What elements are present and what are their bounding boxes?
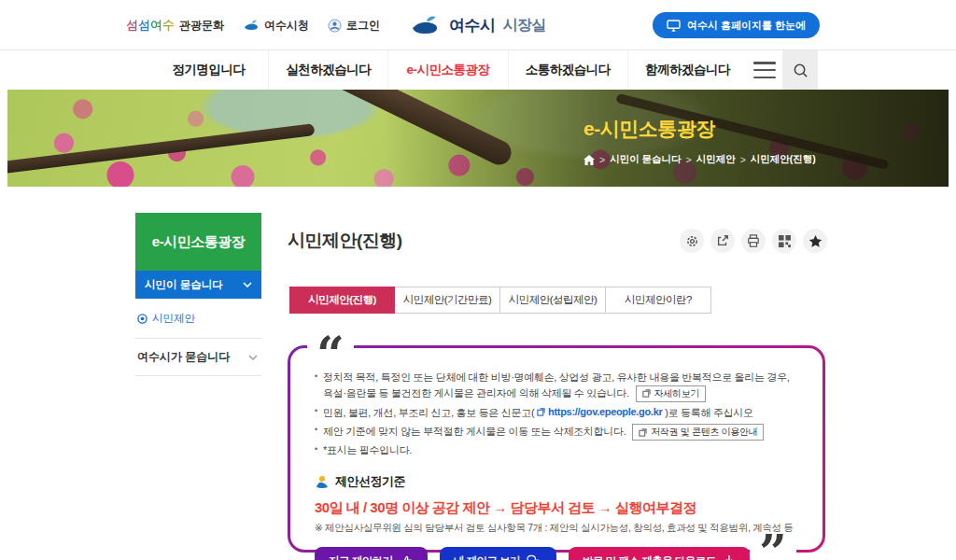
nav-item-practice[interactable]: 실천하겠습니다 bbox=[268, 50, 387, 90]
criteria-heading-label: 제안선정기준 bbox=[335, 473, 405, 490]
yeosu-mayor-logo-icon bbox=[410, 15, 442, 35]
breadcrumb-separator: > bbox=[686, 154, 692, 165]
fax-download-label: 방문 및 팩스 제출용 다운로드 bbox=[583, 554, 716, 560]
nav-items: 정기명입니다 실천하겠습니다 e-시민소통광장 소통하겠습니다 함께하겠습니다 bbox=[149, 50, 747, 90]
chevron-down-icon bbox=[248, 355, 258, 360]
breadcrumb-item[interactable]: 시민이 묻습니다 bbox=[610, 153, 681, 166]
nav-item-mayor[interactable]: 정기명입니다 bbox=[149, 50, 268, 90]
breadcrumb-item-current: 시민제안(진행) bbox=[751, 153, 816, 166]
person-icon bbox=[328, 19, 342, 33]
new-window-icon bbox=[639, 428, 647, 437]
breadcrumb-separator: > bbox=[740, 154, 746, 165]
tab-adopted[interactable]: 시민제안(성립제안) bbox=[500, 287, 606, 314]
proposal-tabs: 시민제안(진행) 시민제안(기간만료) 시민제안(성립제안) 시민제안이란? bbox=[289, 287, 711, 314]
print-button[interactable] bbox=[741, 229, 766, 253]
external-link-icon bbox=[537, 408, 545, 416]
login-label: 로그인 bbox=[346, 18, 380, 34]
propose-now-button[interactable]: 지금 제안하기 bbox=[315, 547, 428, 560]
sidebar-group1-label: 시민이 묻습니다 bbox=[145, 278, 223, 292]
sidebar-title: e-시민소통광장 bbox=[135, 213, 261, 271]
settings-button[interactable] bbox=[680, 229, 704, 253]
breadcrumb-item[interactable]: 시민제안 bbox=[696, 153, 736, 166]
detail-view-label: 자세히보기 bbox=[654, 387, 700, 400]
action-buttons: 지금 제안하기 내 제안글 보기 방문 및 팩스 제출용 다운로드 bbox=[315, 547, 798, 560]
my-proposals-label: 내 제안글 보기 bbox=[454, 554, 520, 560]
sidebar-item-city-asks[interactable]: 여수시가 묻습니다 bbox=[135, 339, 261, 376]
homepage-overview-label: 여수시 홈페이지를 한눈에 bbox=[687, 19, 806, 33]
sidebar: e-시민소통광장 시민이 묻습니다 시민제안 여수시가 묻습니다 bbox=[135, 213, 261, 376]
download-icon bbox=[723, 554, 736, 560]
top-header: 섬섬여수 관광문화 여수시청 로그인 여수시 시장실 여수시 홈페이지를 한눈에 bbox=[0, 0, 956, 50]
epeople-link-label: https://gov.epeople.go.kr bbox=[548, 405, 662, 420]
notice-item-2: 민원, 불편, 개선, 부조리 신고, 홍보 등은 신문고( https://g… bbox=[315, 405, 798, 421]
epeople-link[interactable]: https://gov.epeople.go.kr bbox=[537, 405, 662, 420]
copyright-guide-label: 저작권 및 콘텐츠 이용안내 bbox=[651, 426, 757, 439]
tab-about[interactable]: 시민제안이란? bbox=[606, 287, 711, 314]
tourism-label: 관광문화 bbox=[179, 18, 224, 34]
search-icon bbox=[793, 63, 808, 78]
star-icon bbox=[808, 234, 822, 248]
breadcrumb: > 시민이 묻습니다 > 시민제안 > 시민제안(진행) bbox=[583, 153, 816, 166]
yeosu-mark-icon bbox=[315, 475, 330, 488]
header-links: 섬섬여수 관광문화 여수시청 로그인 bbox=[126, 0, 380, 50]
hero-text: e-시민소통광장 > 시민이 묻습니다 > 시민제안 > 시민제안(진행) bbox=[583, 116, 816, 166]
cityhall-label: 여수시청 bbox=[264, 18, 309, 34]
menu-hamburger-button[interactable] bbox=[752, 59, 777, 81]
whale-logo-icon bbox=[243, 20, 260, 31]
criteria-note: ※ 제안심사실무위원 심의 담당부서 검토 심사항목 7개 : 제안의 실시가능… bbox=[315, 522, 798, 535]
search-button[interactable] bbox=[782, 50, 818, 90]
monitor-icon bbox=[667, 20, 681, 32]
home-icon[interactable] bbox=[583, 155, 595, 165]
copyright-guide-button[interactable]: 저작권 및 콘텐츠 이용안내 bbox=[632, 424, 764, 441]
chat-bubbles-icon bbox=[527, 554, 542, 560]
homepage-overview-button[interactable]: 여수시 홈페이지를 한눈에 bbox=[653, 12, 820, 38]
notice-text-2-post: )로 등록해 주십시오 bbox=[665, 407, 752, 418]
notice-text-3: 제안 기준에 맞지 않는 부적절한 게시물은 이동 또는 삭제조치합니다. bbox=[323, 426, 626, 437]
notice-text-4: *표시는 필수입니다. bbox=[323, 444, 412, 455]
my-proposals-button[interactable]: 내 제안글 보기 bbox=[440, 547, 556, 560]
sidebar-item-citizen-proposal[interactable]: 시민제안 bbox=[135, 299, 261, 339]
login-link[interactable]: 로그인 bbox=[328, 18, 380, 34]
criteria-highlight: 30일 내 / 30명 이상 공감 제안 → 담당부서 검토 → 실행여부결정 bbox=[315, 499, 798, 517]
quote-open-mark: “ bbox=[307, 345, 354, 365]
sidebar-link-label: 시민제안 bbox=[152, 312, 195, 326]
notice-text-2-pre: 민원, 불편, 개선, 부조리 신고, 홍보 등은 신문고( bbox=[323, 407, 534, 418]
page-tool-icons bbox=[680, 229, 827, 253]
hero-banner: e-시민소통광장 > 시민이 묻습니다 > 시민제안 > 시민제안(진행) bbox=[7, 90, 949, 187]
share-icon bbox=[716, 234, 729, 247]
seomseom-yeosu-logo: 섬섬여수 bbox=[126, 17, 175, 34]
breadcrumb-separator: > bbox=[599, 154, 605, 165]
page-title: 시민제안(진행) bbox=[288, 229, 402, 253]
bullseye-icon bbox=[137, 314, 148, 324]
tab-expired[interactable]: 시민제안(기간만료) bbox=[395, 287, 500, 314]
thumbs-up-icon bbox=[400, 554, 414, 560]
tourism-link[interactable]: 섬섬여수 관광문화 bbox=[126, 17, 224, 34]
sidebar-item-citizens-ask[interactable]: 시민이 묻습니다 bbox=[135, 271, 261, 299]
gear-icon bbox=[685, 234, 699, 248]
nav-item-together[interactable]: 함께하겠습니다 bbox=[627, 50, 747, 90]
sidebar-group2-label: 여수시가 묻습니다 bbox=[137, 349, 230, 365]
notice-item-3: 제안 기준에 맞지 않는 부적절한 게시물은 이동 또는 삭제조치합니다. 저작… bbox=[315, 424, 798, 441]
fax-download-button[interactable]: 방문 및 팩스 제출용 다운로드 bbox=[569, 547, 750, 560]
tab-in-progress[interactable]: 시민제안(진행) bbox=[289, 287, 395, 314]
qr-button[interactable] bbox=[772, 229, 796, 253]
qr-code-icon bbox=[779, 235, 791, 247]
propose-now-label: 지금 제안하기 bbox=[329, 554, 393, 560]
criteria-heading: 제안선정기준 bbox=[315, 473, 798, 490]
detail-view-button[interactable]: 자세히보기 bbox=[636, 385, 707, 402]
site-title-rest: 시장실 bbox=[503, 16, 547, 35]
chevron-down-icon bbox=[243, 282, 252, 287]
share-button[interactable] bbox=[710, 229, 735, 253]
cityhall-link[interactable]: 여수시청 bbox=[243, 18, 309, 34]
new-window-icon bbox=[642, 389, 651, 398]
blossom-branch-decor bbox=[7, 123, 315, 176]
favorite-button[interactable] bbox=[803, 229, 827, 253]
site-title-bold: 여수시 bbox=[449, 15, 496, 36]
nav-item-communicate[interactable]: 소통하겠습니다 bbox=[508, 50, 627, 90]
notice-list: 정치적 목적, 특정인 또는 단체에 대한 비방·명예훼손, 상업성 광고, 유… bbox=[315, 371, 798, 458]
quote-close-mark: ” bbox=[750, 543, 796, 560]
main-nav: 정기명입니다 실천하겠습니다 e-시민소통광장 소통하겠습니다 함께하겠습니다 bbox=[0, 50, 956, 90]
hero-title: e-시민소통광장 bbox=[583, 116, 816, 142]
nav-item-e-plaza[interactable]: e-시민소통광장 bbox=[387, 50, 507, 90]
notice-item-1: 정치적 목적, 특정인 또는 단체에 대한 비방·명예훼손, 상업성 광고, 유… bbox=[315, 371, 798, 402]
